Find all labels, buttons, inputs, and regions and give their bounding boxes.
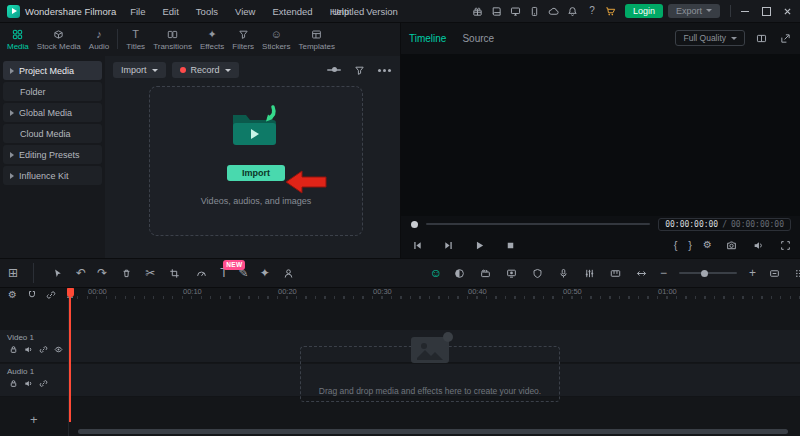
previous-frame-icon[interactable] xyxy=(409,237,425,253)
render-settings-icon[interactable]: ⚙ xyxy=(703,240,712,250)
mask-icon[interactable] xyxy=(452,265,468,281)
login-button[interactable]: Login xyxy=(625,4,663,19)
text-tool[interactable]: TNEW xyxy=(220,267,227,279)
screen-record-icon[interactable] xyxy=(504,265,520,281)
menu-view[interactable]: View xyxy=(235,6,255,17)
link-clips-icon[interactable] xyxy=(44,288,57,301)
mute-icon[interactable] xyxy=(22,378,34,389)
sidebar-item-folder[interactable]: Folder xyxy=(3,82,102,101)
keyboard-shortcut-icon[interactable] xyxy=(608,265,624,281)
play-icon[interactable] xyxy=(471,237,487,253)
media-browser-icon[interactable]: ⊞ xyxy=(8,267,18,279)
menu-tools[interactable]: Tools xyxy=(196,6,218,17)
seek-track[interactable] xyxy=(426,223,650,225)
sidebar-item-project-media[interactable]: Project Media xyxy=(3,61,102,80)
media-placeholder-icon xyxy=(411,337,449,363)
denoise-shield-icon[interactable] xyxy=(530,265,546,281)
sidebar-item-global-media[interactable]: Global Media xyxy=(3,103,102,122)
lock-icon[interactable] xyxy=(7,344,19,355)
mark-in-icon[interactable]: { xyxy=(674,240,678,251)
help-icon[interactable]: ? xyxy=(583,3,601,19)
crop-icon[interactable] xyxy=(166,265,182,281)
green-screen-icon[interactable] xyxy=(478,265,494,281)
cloud-icon[interactable] xyxy=(545,3,563,19)
stop-icon[interactable] xyxy=(502,237,518,253)
import-dropdown-button[interactable]: Import xyxy=(113,62,166,78)
tab-titles[interactable]: TTitles xyxy=(122,26,149,53)
tab-transitions[interactable]: Transitions xyxy=(149,26,196,53)
tab-effects[interactable]: ✦Effects xyxy=(196,26,228,53)
zoom-in-icon[interactable]: + xyxy=(749,267,756,279)
menu-file[interactable]: File xyxy=(130,6,145,17)
seek-handle[interactable] xyxy=(411,221,418,228)
tab-timeline[interactable]: Timeline xyxy=(409,33,446,44)
split-scissors-icon[interactable]: ✂ xyxy=(145,267,155,279)
minimize-button[interactable] xyxy=(735,0,755,22)
timeline-settings-icon[interactable]: ⚙ xyxy=(6,288,19,301)
magic-wand-icon[interactable]: ✦ xyxy=(260,267,270,279)
delete-icon[interactable] xyxy=(118,265,134,281)
redo-icon[interactable]: ↷ xyxy=(97,267,107,279)
link-icon[interactable] xyxy=(37,378,49,389)
voiceover-mic-icon[interactable] xyxy=(556,265,572,281)
next-frame-icon[interactable] xyxy=(440,237,456,253)
undo-icon[interactable]: ↶ xyxy=(76,267,86,279)
emoji-effects-icon[interactable]: ☺ xyxy=(430,267,442,279)
tutorial-icon[interactable] xyxy=(488,3,506,19)
dropzone-import-button[interactable]: Import xyxy=(227,165,285,181)
zoom-out-icon[interactable]: − xyxy=(660,267,667,279)
ruler-label: 00:10 xyxy=(183,287,202,296)
auto-ripple-icon[interactable] xyxy=(634,265,650,281)
more-options-icon[interactable] xyxy=(376,62,392,78)
tab-stock-media[interactable]: Stock Media xyxy=(33,26,85,53)
mark-out-icon[interactable]: } xyxy=(688,240,692,251)
thumbnail-size-slider-icon[interactable] xyxy=(326,62,342,78)
gift-icon[interactable] xyxy=(469,3,487,19)
media-import-dropzone[interactable]: Import Videos, audios, and images xyxy=(149,86,363,236)
timeline-ruler[interactable]: 00:00 00:10 00:20 00:30 00:40 00:50 01:0… xyxy=(68,286,800,300)
export-button[interactable]: Export xyxy=(668,4,720,19)
snapshot-camera-icon[interactable] xyxy=(723,237,739,253)
cart-icon[interactable] xyxy=(602,3,620,19)
filter-icon[interactable] xyxy=(351,62,367,78)
quality-dropdown[interactable]: Full Quality xyxy=(675,30,745,46)
mute-icon[interactable] xyxy=(22,344,34,355)
maximize-button[interactable] xyxy=(756,0,776,22)
avatar-tool-icon[interactable] xyxy=(281,265,297,281)
lock-icon[interactable] xyxy=(7,378,19,389)
timeline-dropzone[interactable]: Drag and drop media and effects here to … xyxy=(300,346,560,402)
speed-icon[interactable] xyxy=(193,265,209,281)
tab-source[interactable]: Source xyxy=(462,33,494,44)
eye-icon[interactable] xyxy=(52,344,64,355)
display-switch-icon[interactable] xyxy=(507,3,525,19)
audio-mixer-icon[interactable] xyxy=(582,265,598,281)
split-view-icon[interactable] xyxy=(753,30,769,46)
sidebar-item-cloud-media[interactable]: Cloud Media xyxy=(3,124,102,143)
record-dropdown-button[interactable]: Record xyxy=(172,62,239,78)
menu-edit[interactable]: Edit xyxy=(162,6,178,17)
sidebar-item-editing-presets[interactable]: Editing Presets xyxy=(3,145,102,164)
add-track-button[interactable]: + xyxy=(30,413,38,426)
sidebar-item-influence-kit[interactable]: Influence Kit xyxy=(3,166,102,185)
track-list-icon[interactable] xyxy=(792,265,800,281)
tab-templates[interactable]: Templates xyxy=(295,26,339,53)
close-button[interactable] xyxy=(777,0,797,22)
select-tool-icon[interactable] xyxy=(49,265,65,281)
timeline-zoom-slider[interactable] xyxy=(679,272,737,274)
notification-bell-icon[interactable] xyxy=(564,3,582,19)
horizontal-scrollbar[interactable] xyxy=(78,429,788,434)
playhead[interactable] xyxy=(69,287,71,422)
volume-icon[interactable] xyxy=(750,237,766,253)
mobile-icon[interactable] xyxy=(526,3,544,19)
menu-version[interactable]: Version xyxy=(366,6,398,17)
tab-filters[interactable]: Filters xyxy=(228,26,258,53)
tab-audio[interactable]: ♪Audio xyxy=(85,26,113,53)
tab-stickers[interactable]: ☺Stickers xyxy=(258,26,294,53)
menu-extended[interactable]: Extended xyxy=(272,6,312,17)
fullscreen-icon[interactable] xyxy=(777,237,793,253)
link-icon[interactable] xyxy=(37,344,49,355)
fit-timeline-icon[interactable] xyxy=(766,265,782,281)
detach-window-icon[interactable] xyxy=(777,30,793,46)
tab-media[interactable]: Media xyxy=(3,26,33,53)
magnet-snap-icon[interactable] xyxy=(25,288,38,301)
